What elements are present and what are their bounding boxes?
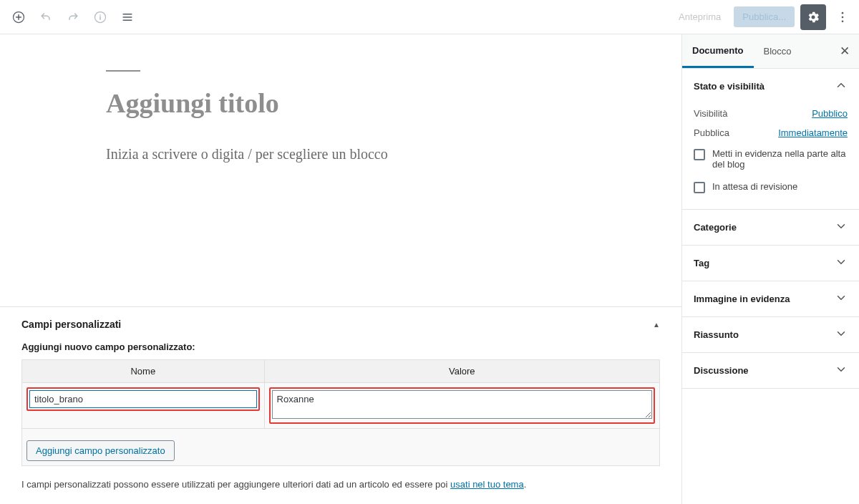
custom-fields-title: Campi personalizzati [21,319,121,330]
chevron-down-icon [835,220,848,235]
chevron-down-icon [835,363,848,378]
pending-label: In attesa di revisione [712,181,797,192]
chevron-up-icon [835,79,848,94]
svg-point-5 [842,20,844,22]
gear-icon [806,10,820,24]
outline-button[interactable] [115,4,140,30]
sticky-row[interactable]: Metti in evidenza nella parte alta del b… [694,142,848,175]
post-title-input[interactable] [106,87,543,119]
field-name-input[interactable] [29,390,257,408]
tab-block[interactable]: Blocco [754,34,802,68]
publish-label: Pubblica [694,127,729,138]
add-custom-field-button[interactable]: Aggiungi campo personalizzato [26,440,175,461]
title-separator [106,70,140,72]
panel-discussion: Discussione [682,353,859,389]
panel-status-header[interactable]: Stato e visibilità [682,69,859,104]
sticky-checkbox[interactable] [694,149,705,160]
sidebar-tabs: Documento Blocco ✕ [682,34,859,69]
editor-column: Inizia a scrivere o digita / per sceglie… [0,34,681,504]
close-icon: ✕ [840,44,850,58]
pending-row[interactable]: In attesa di revisione [694,175,848,199]
chevron-down-icon [835,327,848,342]
more-menu-button[interactable] [832,4,853,30]
panel-excerpt-header[interactable]: Riassunto [682,317,859,352]
kebab-icon [835,10,850,24]
col-value-header: Valore [264,360,659,383]
undo-icon [39,10,53,24]
plus-circle-icon [11,10,26,24]
panel-featured-image-header[interactable]: Immagine in evidenza [682,281,859,316]
info-icon [93,10,107,24]
svg-point-3 [842,11,844,14]
sticky-label: Metti in evidenza nella parte alta del b… [712,148,848,170]
panel-discussion-header[interactable]: Discussione [682,353,859,388]
sidebar-close[interactable]: ✕ [830,44,859,59]
toolbar-left [6,4,140,30]
col-name-header: Nome [22,360,265,383]
name-highlight [26,387,260,411]
panel-tags: Tag [682,246,859,281]
tab-document[interactable]: Documento [682,34,754,68]
info-button[interactable] [87,4,113,30]
visibility-value[interactable]: Pubblico [812,108,848,119]
chevron-down-icon [835,291,848,306]
value-highlight [269,387,655,424]
publish-value[interactable]: Immediatamente [778,127,848,138]
panel-categories: Categorie [682,210,859,246]
redo-button[interactable] [60,4,86,30]
list-icon [120,10,135,24]
publish-button[interactable]: Pubblica... [734,6,795,27]
panel-categories-header[interactable]: Categorie [682,210,859,245]
editor-canvas: Inizia a scrivere o digita / per sceglie… [0,34,681,306]
panel-status: Stato e visibilità Visibilità Pubblico P… [682,69,859,210]
add-block-button[interactable] [6,4,31,30]
add-field-label: Aggiungi nuovo campo personalizzato: [21,341,660,352]
block-prompt[interactable]: Inizia a scrivere o digita / per sceglie… [106,146,543,163]
redo-icon [66,10,80,24]
svg-point-2 [100,14,101,16]
custom-fields-toggle[interactable]: ▲ [653,321,660,329]
top-toolbar: Anteprima Pubblica... [0,0,859,34]
custom-fields-help-link[interactable]: usati nel tuo tema [450,479,524,490]
field-value-textarea[interactable] [272,390,652,419]
svg-point-4 [842,16,844,18]
panel-featured-image: Immagine in evidenza [682,281,859,317]
undo-button[interactable] [33,4,59,30]
pending-checkbox[interactable] [694,182,705,193]
panel-tags-header[interactable]: Tag [682,246,859,281]
panel-excerpt: Riassunto [682,317,859,353]
custom-fields-note: I campi personalizzati possono essere ut… [21,479,660,490]
custom-fields-panel: Campi personalizzati ▲ Aggiungi nuovo ca… [0,306,681,504]
settings-button[interactable] [800,4,826,30]
custom-fields-table: Nome Valore [21,359,660,466]
preview-button[interactable]: Anteprima [671,7,728,26]
chevron-down-icon [835,256,848,271]
toolbar-right: Anteprima Pubblica... [671,4,853,30]
settings-sidebar: Documento Blocco ✕ Stato e visibilità Vi… [681,34,859,504]
visibility-label: Visibilità [694,108,727,119]
